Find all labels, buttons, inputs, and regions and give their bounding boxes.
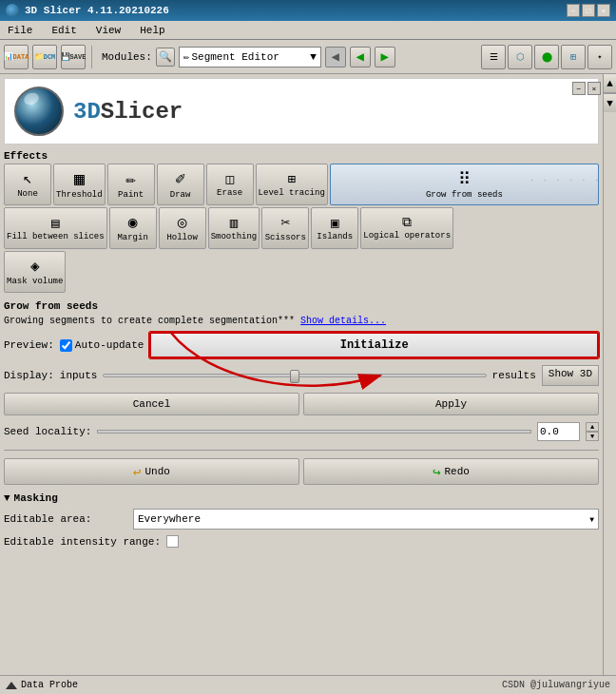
logical-op-icon: ⧉	[402, 215, 412, 230]
status-right: CSDN @juluwangriyue	[502, 680, 610, 690]
logo-3d: 3D	[73, 99, 101, 125]
separator-1	[4, 450, 599, 451]
scissors-icon: ✂	[280, 213, 290, 232]
3d-toolbar-btns: ☰ ⬡ ⬤ ⊞ ✦	[481, 45, 612, 69]
mask-volume-label: Mask volume	[7, 278, 63, 287]
apply-button[interactable]: Apply	[303, 393, 599, 415]
back-btn[interactable]: ◀	[325, 47, 346, 67]
display-label: Display:	[4, 370, 54, 381]
preview-row: Preview: Auto-update Initialize	[4, 328, 599, 362]
draw-icon: ✐	[175, 168, 185, 189]
effect-draw[interactable]: ✐ Draw	[157, 164, 204, 205]
mask-volume-icon: ◈	[30, 257, 40, 276]
effect-scissors[interactable]: ✂ Scissors	[261, 207, 309, 249]
auto-update-label: Auto-update	[75, 339, 144, 351]
effect-none[interactable]: ↖ None	[4, 164, 51, 205]
auto-update-container: Auto-update	[60, 339, 144, 352]
show-details-link[interactable]: Show details...	[300, 316, 386, 326]
redo-button[interactable]: ↪ Redo	[303, 458, 599, 485]
effect-islands[interactable]: ▣ Islands	[311, 207, 358, 249]
seed-locality-slider[interactable]	[97, 430, 531, 434]
initialize-button[interactable]: Initialize	[149, 332, 599, 358]
seed-spin-up[interactable]: ▲	[586, 422, 599, 432]
effect-fill-between-slices[interactable]: ▤ Fill between slices	[4, 207, 107, 249]
cancel-button[interactable]: Cancel	[4, 393, 299, 415]
save-button[interactable]: 💾 SAVE	[61, 45, 86, 69]
dcm-button[interactable]: 📁 DCM	[32, 45, 57, 69]
effects-row-2: ▤ Fill between slices ◉ Margin ◎ Hollow …	[4, 207, 599, 249]
inner-window-controls: − ×	[572, 82, 601, 95]
logo-text: 3DSlicer	[73, 99, 183, 125]
intensity-range-checkbox[interactable]	[166, 535, 179, 548]
3d-view-btn[interactable]: ⬡	[508, 45, 532, 69]
effect-margin[interactable]: ◉ Margin	[109, 207, 157, 249]
scroll-down-btn[interactable]: ▼	[604, 93, 616, 112]
seed-spin-down[interactable]: ▼	[586, 432, 599, 441]
right-scrollbar[interactable]: ▲ ▼	[603, 74, 616, 675]
inner-close-btn[interactable]: ×	[587, 82, 601, 95]
undo-icon: ↩	[133, 464, 141, 480]
effect-grow-from-seeds[interactable]: ⠿ Grow from seeds	[330, 164, 599, 205]
module-dropdown[interactable]: ✏ Segment Editor ▼	[179, 47, 321, 67]
module-search-btn[interactable]: 🔍	[156, 48, 175, 67]
logo-area: 3DSlicer	[4, 78, 599, 145]
paint-icon: ✏	[125, 168, 136, 189]
menu-edit[interactable]: Edit	[48, 24, 80, 37]
scroll-up-btn[interactable]: ▲	[604, 74, 616, 93]
effect-logical-operators[interactable]: ⧉ Logical operators	[360, 207, 453, 249]
threshold-icon: ▦	[74, 168, 85, 189]
cancel-label: Cancel	[133, 398, 171, 410]
settings-extra-btn[interactable]: ✦	[587, 45, 612, 69]
redo-icon: ↪	[433, 464, 440, 480]
segment-editor: Effects ↖ None ▦ Threshold ✏ Paint ✐ Dra…	[4, 148, 599, 552]
effect-threshold[interactable]: ▦ Threshold	[53, 164, 106, 205]
effect-hollow[interactable]: ◎ Hollow	[159, 207, 206, 249]
effect-erase[interactable]: ◫ Erase	[206, 164, 254, 205]
effect-smoothing[interactable]: ▥ Smoothing	[208, 207, 260, 249]
menu-help[interactable]: Help	[136, 24, 168, 37]
show-3d-label: Show 3D	[549, 368, 592, 379]
grid-btn[interactable]: ⊞	[561, 45, 586, 69]
effects-header: Effects	[4, 148, 599, 164]
data-button[interactable]: 📊 DATA	[4, 45, 29, 69]
level-tracing-icon: ⊞	[288, 171, 296, 187]
effect-mask-volume[interactable]: ◈ Mask volume	[4, 251, 66, 293]
seed-locality-label: Seed locality:	[4, 426, 91, 437]
status-bar: Data Probe CSDN @juluwangriyue	[0, 675, 616, 694]
editable-area-value: Everywhere	[138, 513, 201, 525]
undo-button[interactable]: ↩ Undo	[4, 458, 299, 485]
level-tracing-label: Level tracing	[259, 189, 325, 199]
editable-area-dropdown[interactable]: Everywhere ▼	[133, 509, 599, 530]
margin-label: Margin	[117, 234, 147, 243]
threshold-label: Threshold	[56, 191, 103, 201]
menu-view[interactable]: View	[92, 24, 125, 37]
nav-right-btn[interactable]: ▶	[375, 47, 395, 67]
masking-title[interactable]: ▼ Masking	[4, 491, 599, 506]
sphere-btn[interactable]: ⬤	[534, 45, 559, 69]
left-panel: 3DSlicer · · · · · · Effects ↖ None ▦ Th…	[0, 74, 603, 675]
initialize-label: Initialize	[340, 338, 409, 352]
effect-paint[interactable]: ✏ Paint	[107, 164, 155, 205]
close-btn[interactable]: ×	[597, 4, 610, 17]
display-slider-thumb[interactable]	[290, 370, 299, 383]
title-bar: 3D Slicer 4.11.20210226 − □ ×	[0, 0, 616, 21]
nav-left-btn[interactable]: ◀	[350, 47, 371, 67]
show-3d-button[interactable]: Show 3D	[542, 365, 599, 386]
effect-level-tracing[interactable]: ⊞ Level tracing	[256, 164, 328, 205]
seed-value-box: 0.0	[537, 422, 580, 441]
draw-label: Draw	[170, 191, 191, 201]
none-icon: ↖	[23, 169, 32, 188]
auto-update-checkbox[interactable]	[60, 339, 72, 352]
editable-area-row: Editable area: Everywhere ▼	[4, 506, 599, 532]
layout-btn[interactable]: ☰	[481, 45, 506, 69]
maximize-btn[interactable]: □	[582, 4, 595, 17]
menu-file[interactable]: File	[4, 24, 36, 37]
inner-minimize-btn[interactable]: −	[572, 82, 586, 95]
smoothing-icon: ▥	[230, 215, 238, 231]
erase-icon: ◫	[225, 171, 233, 187]
editable-area-dropdown-arrow: ▼	[589, 515, 594, 524]
redo-label: Redo	[445, 466, 470, 477]
minimize-btn[interactable]: −	[567, 4, 580, 17]
status-label: Data Probe	[21, 680, 78, 690]
seed-spin-buttons: ▲ ▼	[586, 422, 599, 441]
